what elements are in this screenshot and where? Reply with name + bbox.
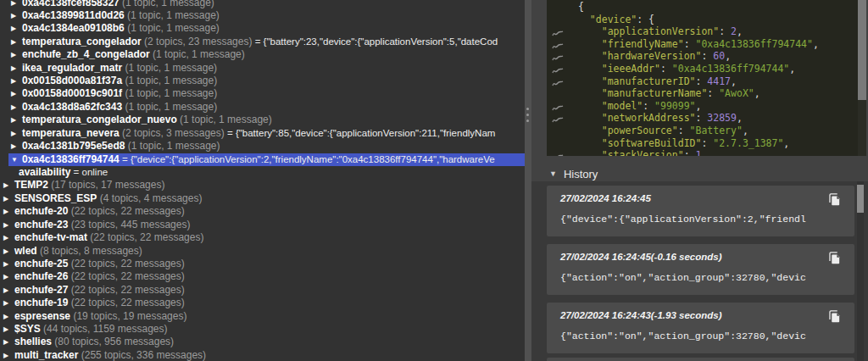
topic-count: (255 topics, 336 messages) (78, 349, 206, 361)
expand-arrow-icon[interactable]: ▶ (3, 192, 11, 205)
history-card[interactable]: 27/02/2024 16:24:45{"device":{"applicati… (547, 186, 854, 236)
topic-name: multi_tracker (14, 349, 78, 361)
expand-arrow-icon[interactable]: ▶ (11, 22, 19, 35)
copy-button[interactable] (827, 251, 843, 266)
expand-arrow-icon[interactable]: ▶ (3, 270, 11, 283)
topic-row[interactable]: ▶wled (8 topics, 8 messages) (0, 245, 525, 258)
topic-count: (1 topic, 1 message) (122, 101, 217, 114)
expand-arrow-icon[interactable]: ▶ (11, 87, 19, 100)
collapse-arrow-icon[interactable]: ▼ (549, 169, 557, 178)
json-punct: : (684, 38, 696, 50)
expand-arrow-icon[interactable]: ▶ (3, 310, 11, 323)
expand-arrow-icon[interactable]: ▶ (3, 245, 11, 258)
expand-arrow-icon[interactable]: ▶ (3, 284, 11, 297)
json-line: "manufacturerName": "AwoX", (547, 87, 858, 100)
json-punct (578, 149, 602, 156)
topic-row[interactable]: ▶temperatura_congelador_nuevo (1 topic, … (0, 114, 525, 126)
topic-row[interactable]: ▶0xa4c138fcef858327 (1 topic, 1 message) (0, 0, 525, 9)
expand-arrow-icon[interactable]: ▶ (3, 205, 11, 218)
topic-count: (22 topics, 22 messages) (87, 231, 203, 244)
topic-tree-panel: ▶0xa4c138fcef858327 (1 topic, 1 message)… (0, 0, 525, 361)
expand-arrow-icon[interactable]: ▶ (11, 127, 19, 140)
topic-name: enchufe-27 (14, 284, 68, 297)
expand-arrow-icon[interactable]: ▶ (11, 114, 19, 126)
topic-row[interactable]: ▶0xa4c138d8a62fc343 (1 topic, 1 message) (0, 101, 525, 114)
history-card[interactable]: 27/02/2024 16:24:43(-1.93 seconds){"acti… (547, 303, 854, 353)
topic-row[interactable]: ▶TEMP2 (17 topics, 17 messages) (0, 179, 525, 192)
json-line: "hardwareVersion": 60, (547, 50, 858, 63)
expand-arrow-icon[interactable]: ▶ (11, 36, 19, 48)
sparkline-icon[interactable] (552, 152, 564, 156)
expand-arrow-icon[interactable]: ▶ (11, 140, 19, 153)
topic-row[interactable]: ▶enchufe-26 (22 topics, 22 messages) (0, 270, 525, 283)
json-line: "powerSource": "Battery", (547, 125, 858, 137)
topic-row[interactable]: ▶temperatura_nevera (2 topics, 3 message… (0, 127, 525, 140)
json-scrollbar[interactable] (858, 0, 866, 156)
topic-name: enchufe-25 (14, 258, 68, 270)
topic-row[interactable]: ▶0x00158d000a81f37a (1 topic, 1 message) (0, 75, 525, 87)
topic-row[interactable]: ▶multi_tracker (255 topics, 336 messages… (0, 349, 525, 361)
topic-row[interactable]: ▶enchufe-20 (22 topics, 22 messages) (0, 205, 525, 218)
copy-icon (827, 192, 842, 207)
topic-row[interactable]: ▶espresense (19 topics, 19 messages) (0, 310, 525, 323)
expand-arrow-icon[interactable]: ▶ (11, 75, 19, 87)
json-punct (578, 14, 590, 25)
json-punct: : (701, 137, 713, 149)
json-scrollbar-thumb[interactable] (858, 0, 866, 100)
topic-name: 0xa4c1381b795e5ed8 (22, 140, 125, 153)
json-punct: , (737, 25, 743, 37)
expand-arrow-icon[interactable]: ▶ (3, 336, 11, 348)
expand-arrow-icon[interactable]: ▶ (3, 297, 11, 309)
topic-name: temperatura_congelador (22, 36, 142, 48)
copy-button[interactable] (827, 192, 843, 208)
topic-name: TEMP2 (14, 179, 48, 192)
expand-arrow-icon[interactable]: ▶ (11, 48, 19, 61)
topic-row[interactable]: ▶ikea_regulador_matr (1 topic, 1 message… (0, 62, 525, 75)
history-scrollbar[interactable] (857, 181, 864, 361)
expand-arrow-icon[interactable]: ▶ (11, 9, 19, 22)
collapse-arrow-icon[interactable]: ▼ (11, 153, 19, 166)
topic-row[interactable]: ▶0xa4c1384ea09108b6 (1 topic, 1 message) (0, 22, 525, 35)
expand-arrow-icon[interactable]: ▶ (11, 62, 19, 75)
topic-row[interactable]: ▶temperatura_congelador (2 topics, 23 me… (0, 36, 525, 48)
topic-count: (8 topics, 8 messages) (37, 245, 142, 258)
equals-sign: = (70, 166, 81, 179)
json-string: "0xa4c13836ff794744" (672, 63, 789, 75)
expand-arrow-icon[interactable]: ▶ (3, 323, 11, 336)
history-scrollbar-thumb[interactable] (857, 185, 864, 213)
topic-row[interactable]: ▶SENSORES_ESP (4 topics, 4 messages) (0, 192, 525, 205)
json-line: "stackVersion": 1, (547, 149, 858, 156)
history-card[interactable]: 27/02/2024 16:24:45(-0.16 seconds){"acti… (547, 244, 854, 295)
topic-row[interactable]: ▶enchufe-23 (23 topics, 445 messages) (0, 219, 525, 231)
history-payload: {"action":"on","action_group":32780,"dev… (560, 330, 826, 342)
topic-row[interactable]: ▶0xa4c13899811d0d26 (1 topic, 1 message) (0, 9, 525, 22)
topic-name: SENSORES_ESP (14, 192, 97, 205)
expand-arrow-icon[interactable]: ▶ (3, 179, 11, 192)
topic-row[interactable]: availability = online (0, 166, 525, 179)
topic-row[interactable]: ▶enchufe-19 (22 topics, 22 messages) (0, 297, 525, 309)
topic-row[interactable]: ▶0x00158d00019c901f (1 topic, 1 message) (0, 87, 525, 100)
copy-button[interactable] (827, 309, 843, 325)
expand-arrow-icon[interactable]: ▶ (3, 219, 11, 231)
topic-row[interactable]: ▶$SYS (44 topics, 1159 messages) (0, 323, 525, 336)
history-card-partial[interactable] (547, 358, 854, 361)
topic-row[interactable]: ▶enchufe-27 (22 topics, 22 messages) (0, 284, 525, 297)
topic-row[interactable]: ▶enchufe-25 (22 topics, 22 messages) (0, 258, 525, 270)
topic-row[interactable]: ▶0xa4c1381b795e5ed8 (1 topic, 1 message) (0, 140, 525, 153)
tree-scrollbar[interactable] (525, 0, 531, 361)
expand-arrow-icon[interactable]: ▶ (11, 0, 19, 9)
history-section-header[interactable]: ▼ History (549, 166, 598, 181)
expand-arrow-icon[interactable]: ▶ (3, 258, 11, 270)
topic-row-selected[interactable]: ▼0xa4c13836ff794744 = {"device":{"applic… (8, 153, 525, 166)
topic-row[interactable]: ▶enchufe-tv-mat (22 topics, 22 messages) (0, 231, 525, 244)
expand-arrow-icon[interactable]: ▶ (11, 101, 19, 114)
topic-row[interactable]: ▶enchufe_zb_4_congelador (1 topic, 1 mes… (0, 48, 525, 61)
json-line: { (547, 1, 858, 14)
expand-arrow-icon[interactable]: ▶ (3, 349, 11, 361)
expand-arrow-icon[interactable]: ▶ (3, 231, 11, 244)
panel-splitter-handle[interactable] (526, 108, 530, 128)
json-punct: , (743, 125, 748, 136)
topic-row[interactable]: ▶shellies (80 topics, 956 messages) (0, 336, 525, 348)
sparkline-icon (552, 153, 564, 156)
json-line: "friendlyName": "0xa4c13836ff794744", (547, 38, 858, 51)
